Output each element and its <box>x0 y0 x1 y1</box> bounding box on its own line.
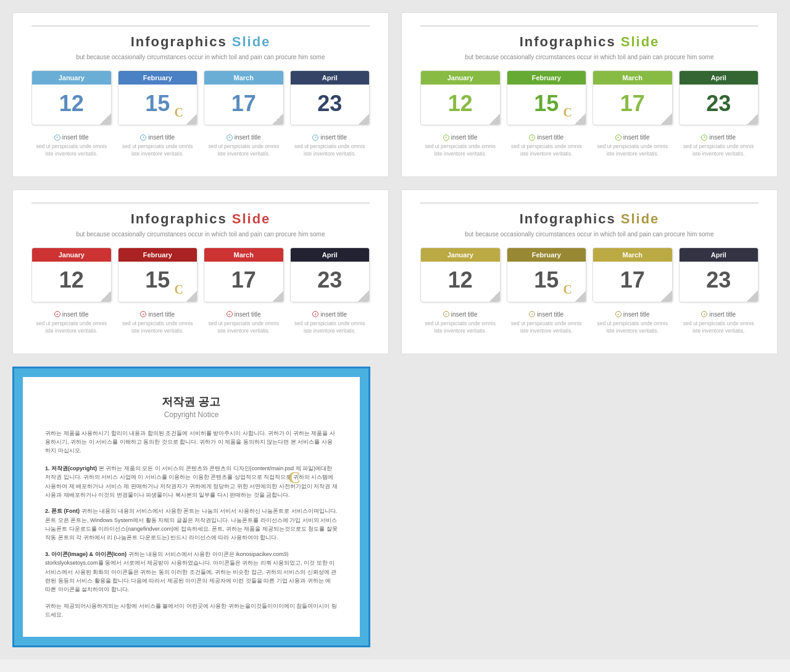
slide-panel-2: Infographics Slide but because occasiona… <box>401 12 778 177</box>
card-info: +insert title sed ut perspiciatis unde o… <box>420 311 501 335</box>
card-insert-title: +insert title <box>31 134 112 141</box>
card-number: 15 <box>534 93 559 115</box>
card-apr-4: April 23 <box>679 247 759 302</box>
slide-subtitle-2: but because occasionally circumstances o… <box>420 54 759 60</box>
card-body: 15 C <box>118 85 198 125</box>
card-corner-fold <box>100 291 111 302</box>
card-info: +insert title sed ut perspiciatis unde o… <box>290 311 370 335</box>
card-number: 23 <box>706 269 731 291</box>
insert-icon: + <box>443 311 449 317</box>
copyright-section-2: 2. 폰트 (Font) 귀하는 내용의 내용의 서비스에서 사용한 폰트는 나… <box>45 507 338 542</box>
card-corner-fold <box>661 291 672 302</box>
insert-icon: + <box>701 311 707 317</box>
card-number: 23 <box>317 93 342 115</box>
card-body: 12 <box>421 85 500 125</box>
insert-label: insert title <box>623 311 650 318</box>
slide-subtitle-3: but because occasionally circumstances o… <box>31 231 370 238</box>
card-body: 15 C <box>507 85 586 125</box>
card-header: April <box>291 71 370 85</box>
card-insert-title: +insert title <box>679 134 759 141</box>
copyright-section-3: 3. 아이콘(Image) & 아이콘(Icon) 귀하는 내용의 서비스에서 … <box>45 550 338 594</box>
card-corner-fold <box>747 114 758 125</box>
card-body: 23 <box>291 262 370 302</box>
card-info: +insert title sed ut perspiciatis unde o… <box>592 134 673 158</box>
copyright-title-korean: 저작권 공고 <box>45 394 338 409</box>
card-info: +insert title sed ut perspiciatis unde o… <box>118 311 198 335</box>
copyright-section-1: 1. 저작권(copyright) C 본 귀하는 제품의 모든 이 서비스의 … <box>45 464 338 500</box>
insert-label: insert title <box>235 134 261 141</box>
card-header: March <box>204 248 283 262</box>
card-corner-fold <box>489 114 500 125</box>
card-info: +insert title sed ut perspiciatis unde o… <box>31 311 112 335</box>
slide-title-2: Infographics Slide <box>420 34 759 50</box>
card-body: 17 <box>593 262 672 302</box>
card-header: April <box>680 71 759 85</box>
copyright-container: 저작권 공고 Copyright Notice 귀하는 제품을 사용하시기 합리… <box>12 367 370 647</box>
card-header: February <box>507 71 586 85</box>
card-corner-fold <box>489 291 500 302</box>
card-desc: sed ut perspiciatis unde omnis iste inve… <box>420 143 501 158</box>
slide-title-text: Infographics <box>520 211 616 226</box>
card-desc: sed ut perspiciatis unde omnis iste inve… <box>204 320 284 335</box>
slide-panel-3: Infographics Slide but because occasiona… <box>12 189 389 354</box>
card-insert-title: +insert title <box>204 311 284 318</box>
insert-label: insert title <box>709 134 736 141</box>
card-info: +insert title sed ut perspiciatis unde o… <box>290 134 370 158</box>
card-apr-1: April 23 <box>290 70 370 125</box>
card-insert-title: +insert title <box>507 311 587 318</box>
slide-top-line: Infographics Slide but because occasiona… <box>31 25 370 60</box>
insert-label: insert title <box>62 134 89 141</box>
card-info: +insert title sed ut perspiciatis unde o… <box>420 134 501 158</box>
card-header: January <box>421 248 500 262</box>
card-infos-3: +insert title sed ut perspiciatis unde o… <box>31 311 370 335</box>
cards-row-3: January 12 February 15 C March <box>31 247 370 302</box>
card-number: 12 <box>448 93 473 115</box>
card-number: 23 <box>706 93 731 115</box>
card-number: 17 <box>231 93 256 115</box>
card-corner-fold <box>186 291 197 302</box>
insert-label: insert title <box>148 134 175 141</box>
card-infos-4: +insert title sed ut perspiciatis unde o… <box>420 311 759 335</box>
card-header: January <box>32 248 111 262</box>
card-body: 15 C <box>507 262 586 302</box>
card-header: March <box>593 71 672 85</box>
insert-icon: + <box>443 135 449 141</box>
slide-subtitle-1: but because occasionally circumstances o… <box>31 54 370 60</box>
card-corner-fold <box>575 291 586 302</box>
insert-label: insert title <box>537 311 563 318</box>
card-mar-1: March 17 <box>204 70 284 125</box>
copyright-title-english: Copyright Notice <box>45 410 338 419</box>
card-number: 12 <box>448 269 473 291</box>
card-body: 15 C <box>118 262 198 302</box>
cards-row-1: January 12 February 15 C <box>31 70 370 125</box>
card-desc: sed ut perspiciatis unde omnis iste inve… <box>118 320 198 335</box>
card-insert-title: +insert title <box>679 311 759 318</box>
slide-title-highlight: Slide <box>621 34 660 49</box>
copyright-intro: 귀하는 제품을 사용하시기 합리이 내용과 합의된 조건들에 서비히를 받아주시… <box>45 429 338 455</box>
card-info: +insert title sed ut perspiciatis unde o… <box>118 134 198 158</box>
card-feb-2: February 15 C <box>507 70 587 125</box>
card-desc: sed ut perspiciatis unde omnis iste inve… <box>31 143 112 158</box>
insert-label: insert title <box>451 134 478 141</box>
card-header: January <box>32 71 111 85</box>
slide-title-1: Infographics Slide <box>31 34 370 50</box>
card-jan-3: January 12 <box>31 247 112 302</box>
card-header: February <box>507 248 586 262</box>
card-desc: sed ut perspiciatis unde omnis iste inve… <box>31 320 112 335</box>
card-mar-4: March 17 <box>592 247 673 302</box>
insert-label: insert title <box>320 311 347 318</box>
card-feb-1: February 15 C <box>118 70 198 125</box>
card-corner-fold <box>100 114 111 125</box>
card-header: February <box>118 248 198 262</box>
insert-label: insert title <box>320 134 347 141</box>
cards-row-4: January 12 February 15 C March <box>420 247 759 302</box>
card-watermark: C <box>175 283 183 297</box>
slide-title-highlight: Slide <box>232 211 271 226</box>
card-body: 17 <box>593 85 672 125</box>
cards-row-2: January 12 February 15 C March <box>420 70 759 125</box>
page-container: Infographics Slide but because occasiona… <box>0 0 790 660</box>
card-desc: sed ut perspiciatis unde omnis iste inve… <box>507 143 587 158</box>
copyright-wrapper: 저작권 공고 Copyright Notice 귀하는 제품을 사용하시기 합리… <box>12 367 370 647</box>
card-header: April <box>680 248 759 262</box>
card-insert-title: +insert title <box>118 134 198 141</box>
